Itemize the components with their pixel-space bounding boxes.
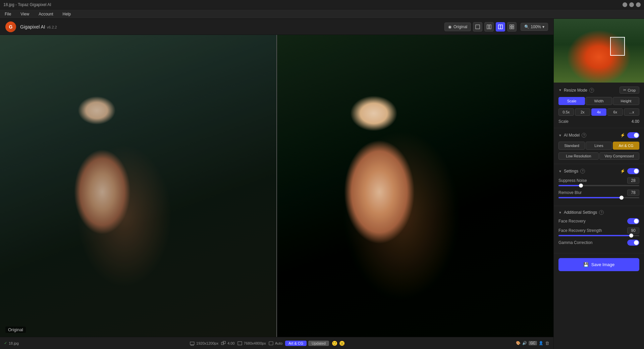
suppress-noise-label: Suppress Noise	[558, 178, 587, 183]
scale-preset-group: 0.5x 2x 4x 6x ...x	[558, 108, 639, 116]
remove-blur-label: Remove Blur	[558, 190, 582, 195]
scale-type-height[interactable]: Height	[613, 97, 639, 105]
resize-mode-header: ▼ Resize Mode ? ✂ Crop	[558, 87, 639, 94]
face-recovery-toggle[interactable]	[627, 218, 639, 224]
delete-icon[interactable]: 🗑	[545, 341, 549, 346]
sub-low-resolution[interactable]: Low Resolution	[558, 152, 599, 160]
output-resolution: 7680x4800px	[244, 341, 266, 345]
save-image-button[interactable]: 💾 Save Image	[558, 258, 639, 271]
sub-very-compressed[interactable]: Very Compressed	[599, 152, 640, 160]
ai-model-toggle[interactable]	[627, 132, 639, 138]
original-toggle[interactable]: ◉ Original	[444, 22, 471, 31]
ai-model-header: ▼ AI Model ? ⚡	[558, 132, 639, 138]
suppress-noise-row: Suppress Noise 28	[558, 178, 639, 186]
settings-help-icon[interactable]: ?	[580, 169, 585, 173]
additional-settings-help-icon[interactable]: ?	[599, 210, 604, 215]
face-recovery-strength-label: Face Recovery Strength	[558, 228, 602, 233]
face-recovery-strength-thumb[interactable]	[629, 234, 633, 238]
filename-status: ✓ 18.jpg	[4, 341, 19, 345]
thumbnail-viewport-box[interactable]	[610, 37, 625, 56]
image-viewport[interactable]: Original	[0, 35, 553, 337]
scale-status: 4.00	[221, 341, 234, 346]
view-grid-btn[interactable]	[507, 22, 517, 32]
zoom-control[interactable]: 🔍 100% ▾	[521, 23, 548, 31]
collapse-additional-icon[interactable]: ▼	[558, 211, 562, 214]
preset-0.5x[interactable]: 0.5x	[558, 108, 574, 116]
ai-model-title: ▼ AI Model ?	[558, 133, 586, 138]
settings-toggle-group: ⚡	[620, 168, 639, 174]
audio-icon[interactable]: 🔊	[522, 341, 527, 345]
preset-2x[interactable]: 2x	[575, 108, 590, 116]
titlebar: 18.jpg - Topaz Gigapixel AI	[0, 0, 644, 9]
settings-title: ▼ Settings ?	[558, 169, 585, 173]
menu-help[interactable]: Help	[61, 10, 73, 18]
scale-number: 4.00	[632, 119, 639, 124]
remove-blur-header: Remove Blur 78	[558, 190, 639, 196]
gamma-correction-header: Gamma Correction	[558, 240, 639, 246]
remove-blur-slider[interactable]	[558, 197, 639, 198]
person-icon: 👤	[539, 341, 543, 345]
ai-lightning-icon: ⚡	[620, 133, 625, 138]
status-filename: 18.jpg	[9, 341, 19, 345]
collapse-resize-icon[interactable]: ▼	[558, 88, 562, 92]
zoom-chevron-icon: ▾	[542, 24, 544, 29]
collapse-settings-icon[interactable]: ▼	[558, 169, 562, 173]
suppress-noise-thumb[interactable]	[579, 184, 583, 188]
additional-settings-section: ▼ Additional Settings ? Face Recovery Fa…	[554, 206, 644, 253]
svg-rect-7	[510, 27, 512, 29]
resize-mode-help-icon[interactable]: ?	[589, 88, 594, 93]
view-single-btn[interactable]	[473, 22, 482, 32]
grid-icon	[509, 24, 514, 29]
suppress-noise-slider[interactable]	[558, 185, 639, 186]
smiley-icon[interactable]: 🙂	[332, 341, 337, 346]
app-version: v6.2.2	[47, 25, 57, 29]
menu-view[interactable]: View	[18, 10, 31, 18]
crop-button[interactable]: ✂ Crop	[620, 87, 639, 94]
resize-mode-section: ▼ Resize Mode ? ✂ Crop Scale Width Heigh…	[554, 83, 644, 128]
maximize-button[interactable]	[629, 2, 634, 7]
svg-rect-0	[476, 25, 480, 29]
view-split-v-btn[interactable]	[484, 22, 494, 32]
additional-settings-title: ▼ Additional Settings ?	[558, 210, 604, 215]
settings-label: Settings	[564, 169, 578, 173]
color-icon[interactable]: 🎨	[516, 341, 521, 345]
remove-blur-fill	[558, 197, 622, 198]
scale-type-width[interactable]: Width	[586, 97, 612, 105]
menubar: File View Account Help	[0, 9, 644, 19]
gamma-correction-toggle[interactable]	[627, 240, 639, 246]
ai-model-buttons: Standard Lines Art & CG	[558, 142, 639, 150]
svg-rect-16	[269, 342, 273, 345]
crop-label: Crop	[628, 88, 636, 92]
model-badge-status: Art & CG Updated	[285, 341, 329, 346]
settings-toggle-thumb	[634, 169, 639, 173]
model-lines[interactable]: Lines	[586, 142, 612, 150]
settings-toggle[interactable]	[627, 168, 639, 174]
scale-type-scale[interactable]: Scale	[558, 97, 585, 105]
face-recovery-strength-row: Face Recovery Strength 90	[558, 228, 639, 236]
preset-custom[interactable]: ...x	[624, 108, 639, 116]
auto-icon	[269, 341, 273, 346]
svg-rect-1	[487, 25, 489, 29]
frown-icon[interactable]: ☹️	[339, 341, 345, 346]
settings-lightning-icon: ⚡	[620, 169, 625, 173]
titlebar-controls	[623, 2, 641, 7]
minimize-button[interactable]	[623, 2, 627, 7]
menu-file[interactable]: File	[3, 10, 13, 18]
face-recovery-strength-slider[interactable]	[558, 235, 639, 236]
svg-rect-8	[512, 27, 514, 29]
model-standard[interactable]: Standard	[558, 142, 585, 150]
close-button[interactable]	[636, 2, 641, 7]
remove-blur-thumb[interactable]	[620, 196, 624, 200]
preset-4x[interactable]: 4x	[591, 108, 607, 116]
app-toolbar: G Gigapixel AI v6.2.2 ◉ Original	[0, 19, 553, 35]
scale-label: Scale	[558, 119, 569, 124]
main-layout: G Gigapixel AI v6.2.2 ◉ Original	[0, 19, 644, 349]
face-recovery-row: Face Recovery	[558, 218, 639, 224]
original-icon: ◉	[448, 24, 451, 29]
preset-6x[interactable]: 6x	[607, 108, 623, 116]
model-art-cg[interactable]: Art & CG	[613, 142, 639, 150]
ai-model-help-icon[interactable]: ?	[582, 133, 586, 138]
collapse-ai-icon[interactable]: ▼	[558, 134, 562, 137]
view-split-h-btn[interactable]	[496, 22, 505, 32]
menu-account[interactable]: Account	[37, 10, 55, 18]
